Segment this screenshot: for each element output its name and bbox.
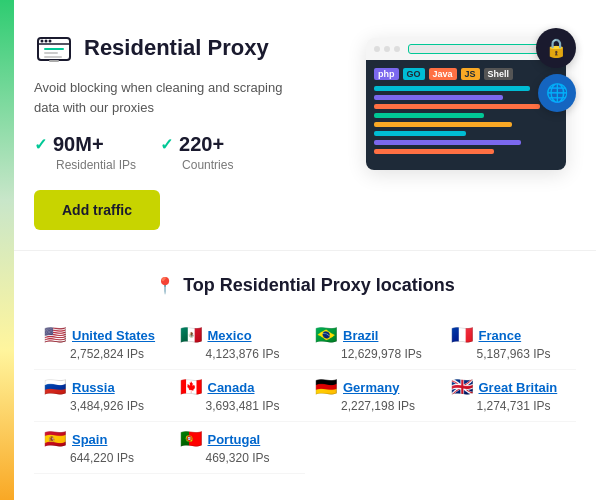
flag-de: 🇩🇪 [315,378,337,396]
section-title-text: Top Residential Proxy locations [183,275,455,296]
location-cell: 🇩🇪 Germany 2,227,198 IPs [305,370,441,422]
check-icon-countries: ✓ [160,135,173,154]
product-header: Residential Proxy [34,28,356,68]
svg-point-4 [49,40,52,43]
location-ips-br: 12,629,978 IPs [315,347,431,361]
location-name-row: 🇧🇷 Brazil [315,326,431,344]
location-link-ca[interactable]: Canada [208,380,255,395]
tag-php: php [374,68,399,80]
location-ips-pt: 469,320 IPs [180,451,296,465]
svg-rect-5 [44,48,64,50]
ips-label: Residential IPs [34,158,136,172]
code-line-3 [374,104,540,109]
code-line-6 [374,131,466,136]
tag-shell: Shell [484,68,514,80]
tag-go: GO [403,68,425,80]
location-cell: 🇨🇦 Canada 3,693,481 IPs [170,370,306,422]
location-link-es[interactable]: Spain [72,432,107,447]
section-title: 📍 Top Residential Proxy locations [34,275,576,296]
location-cell: 🇺🇸 United States 2,752,824 IPs [34,318,170,370]
location-name-row: 🇲🇽 Mexico [180,326,296,344]
main-content: Residential Proxy Avoid blocking when cl… [14,0,596,500]
flag-ca: 🇨🇦 [180,378,202,396]
ips-stat: ✓ 90M+ Residential IPs [34,133,136,172]
flag-gb: 🇬🇧 [451,378,473,396]
location-link-br[interactable]: Brazil [343,328,378,343]
location-ips-fr: 5,187,963 IPs [451,347,567,361]
code-labels: php GO Java JS Shell [374,68,558,80]
location-name-row: 🇩🇪 Germany [315,378,431,396]
svg-point-3 [45,40,48,43]
flag-pt: 🇵🇹 [180,430,202,448]
globe-icon: 🌐 [538,74,576,112]
tag-js: JS [461,68,480,80]
location-name-row: 🇺🇸 United States [44,326,160,344]
add-traffic-button[interactable]: Add traffic [34,190,160,230]
browser-body: php GO Java JS Shell [366,60,566,170]
bottom-section: 📍 Top Residential Proxy locations 🇺🇸 Uni… [14,251,596,494]
location-ips-ca: 3,693,481 IPs [180,399,296,413]
browser-mockup-container: 🔒 🌐 php GO Java JS [366,28,576,170]
svg-rect-7 [44,56,62,58]
location-cell: 🇬🇧 Great Britain 1,274,731 IPs [441,370,577,422]
countries-label: Countries [160,158,233,172]
location-name-row: 🇫🇷 France [451,326,567,344]
code-line-2 [374,95,503,100]
svg-rect-6 [44,52,58,54]
browser-dot-1 [374,46,380,52]
top-section: Residential Proxy Avoid blocking when cl… [14,0,596,251]
code-line-5 [374,122,512,127]
location-ips-de: 2,227,198 IPs [315,399,431,413]
check-icon-ips: ✓ [34,135,47,154]
flag-us: 🇺🇸 [44,326,66,344]
flag-ru: 🇷🇺 [44,378,66,396]
location-link-gb[interactable]: Great Britain [479,380,558,395]
location-pin-icon: 📍 [155,276,175,295]
location-cell: 🇫🇷 France 5,187,963 IPs [441,318,577,370]
left-accent-bar [0,0,14,500]
location-link-fr[interactable]: France [479,328,522,343]
page-wrapper: Residential Proxy Avoid blocking when cl… [0,0,596,500]
code-line-1 [374,86,530,91]
location-name-row: 🇪🇸 Spain [44,430,160,448]
location-ips-gb: 1,274,731 IPs [451,399,567,413]
location-name-row: 🇬🇧 Great Britain [451,378,567,396]
location-name-row: 🇵🇹 Portugal [180,430,296,448]
ips-value-row: ✓ 90M+ [34,133,136,156]
location-link-de[interactable]: Germany [343,380,399,395]
flag-fr: 🇫🇷 [451,326,473,344]
code-line-8 [374,149,494,154]
browser-dot-2 [384,46,390,52]
countries-value-row: ✓ 220+ [160,133,233,156]
product-title: Residential Proxy [84,35,269,61]
location-ips-es: 644,220 IPs [44,451,160,465]
location-name-row: 🇷🇺 Russia [44,378,160,396]
location-ips-ru: 3,484,926 IPs [44,399,160,413]
location-link-mx[interactable]: Mexico [208,328,252,343]
location-ips-mx: 4,123,876 IPs [180,347,296,361]
code-line-4 [374,113,484,118]
location-link-us[interactable]: United States [72,328,155,343]
location-ips-us: 2,752,824 IPs [44,347,160,361]
location-cell: 🇷🇺 Russia 3,484,926 IPs [34,370,170,422]
proxy-icon [34,28,74,68]
location-link-pt[interactable]: Portugal [208,432,261,447]
ips-value: 90M+ [53,133,104,156]
product-info-left: Residential Proxy Avoid blocking when cl… [34,28,356,230]
browser-dot-3 [394,46,400,52]
product-description: Avoid blocking when cleaning and scrapin… [34,78,294,117]
browser-mockup: php GO Java JS Shell [366,38,566,170]
svg-rect-8 [49,60,59,62]
locations-grid: 🇺🇸 United States 2,752,824 IPs 🇲🇽 Mexico… [34,318,576,474]
stats-row: ✓ 90M+ Residential IPs ✓ 220+ Countries [34,133,356,172]
location-cell: 🇲🇽 Mexico 4,123,876 IPs [170,318,306,370]
countries-stat: ✓ 220+ Countries [160,133,233,172]
flag-es: 🇪🇸 [44,430,66,448]
location-cell: 🇪🇸 Spain 644,220 IPs [34,422,170,474]
countries-value: 220+ [179,133,224,156]
flag-br: 🇧🇷 [315,326,337,344]
tag-java: Java [429,68,457,80]
location-link-ru[interactable]: Russia [72,380,115,395]
lock-icon: 🔒 [536,28,576,68]
flag-mx: 🇲🇽 [180,326,202,344]
